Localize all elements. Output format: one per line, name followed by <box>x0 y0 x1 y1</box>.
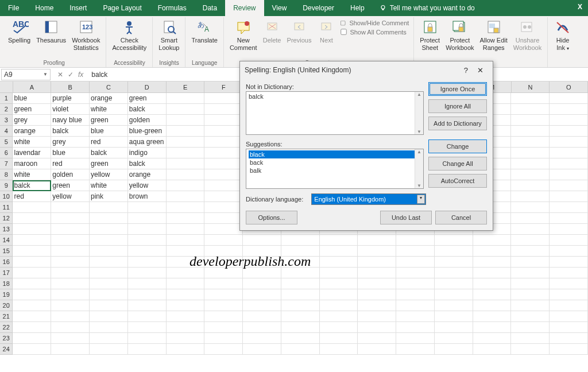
cell-K14[interactable] <box>396 235 435 246</box>
cell-C13[interactable] <box>90 224 128 235</box>
cell-E24[interactable] <box>167 344 205 355</box>
cell-K21[interactable] <box>396 311 435 322</box>
cell-C16[interactable] <box>90 257 128 268</box>
cell-A14[interactable] <box>13 235 51 246</box>
row-header-16[interactable]: 16 <box>0 257 13 268</box>
cell-M24[interactable] <box>473 344 512 355</box>
cell-K19[interactable] <box>396 289 435 300</box>
cell-N7[interactable] <box>511 158 550 169</box>
cell-B8[interactable]: golden <box>51 169 90 180</box>
dialog-help-icon[interactable]: ? <box>459 64 473 77</box>
cell-H22[interactable] <box>281 322 320 333</box>
column-header-O[interactable]: O <box>550 82 588 93</box>
cell-F7[interactable] <box>204 158 243 169</box>
cell-N11[interactable] <box>511 202 550 213</box>
dictionary-language-select[interactable]: English (United Kingdom) ▾ <box>311 193 426 205</box>
cell-D23[interactable] <box>128 333 167 344</box>
cell-K16[interactable] <box>396 257 435 268</box>
cell-H21[interactable] <box>281 311 320 322</box>
cell-I18[interactable] <box>320 278 358 289</box>
cell-A8[interactable]: white <box>13 169 51 180</box>
cell-J20[interactable] <box>358 300 396 311</box>
cell-K18[interactable] <box>396 278 435 289</box>
cell-O7[interactable] <box>550 158 588 169</box>
cell-A3[interactable]: grey <box>13 115 51 126</box>
column-header-D[interactable]: D <box>128 82 167 93</box>
cell-D4[interactable]: blue-green <box>128 126 167 137</box>
cell-I16[interactable] <box>320 257 358 268</box>
row-header-18[interactable]: 18 <box>0 278 13 289</box>
cell-B15[interactable] <box>51 246 90 257</box>
cell-C20[interactable] <box>90 300 128 311</box>
cell-C2[interactable]: white <box>90 104 128 115</box>
name-box[interactable]: A9 ▼ <box>1 69 51 80</box>
newcomment-button[interactable]: NewComment <box>227 17 260 53</box>
cell-O19[interactable] <box>550 289 588 300</box>
cell-E20[interactable] <box>167 300 205 311</box>
wbstats-button[interactable]: 123WorkbookStatistics <box>69 17 102 53</box>
cell-G22[interactable] <box>243 322 281 333</box>
cell-G23[interactable] <box>243 333 281 344</box>
cell-N14[interactable] <box>511 235 550 246</box>
cell-B7[interactable]: red <box>51 158 90 169</box>
cell-D9[interactable]: yellow <box>128 180 167 191</box>
cell-B13[interactable] <box>51 224 90 235</box>
cell-K22[interactable] <box>396 322 435 333</box>
cell-E23[interactable] <box>167 333 205 344</box>
row-header-24[interactable]: 24 <box>0 344 13 355</box>
cell-C6[interactable]: balck <box>90 148 128 158</box>
cell-C10[interactable]: pink <box>90 191 128 202</box>
cell-A6[interactable]: lavendar <box>13 148 51 158</box>
row-header-14[interactable]: 14 <box>0 235 13 246</box>
cell-D7[interactable]: balck <box>128 158 167 169</box>
row-header-7[interactable]: 7 <box>0 158 13 169</box>
ignore-all-button[interactable]: Ignore All <box>428 99 487 113</box>
cell-C4[interactable]: blue <box>90 126 128 137</box>
cell-B6[interactable]: blue <box>51 148 90 158</box>
cell-J21[interactable] <box>358 311 396 322</box>
tell-me-search[interactable]: Tell me what you want to do <box>373 0 482 16</box>
cell-N21[interactable] <box>511 311 550 322</box>
cell-N13[interactable] <box>511 224 550 235</box>
cell-G24[interactable] <box>243 344 281 355</box>
cell-D17[interactable] <box>128 268 167 278</box>
cell-C19[interactable] <box>90 289 128 300</box>
column-header-B[interactable]: B <box>51 82 90 93</box>
cell-A9[interactable]: balck <box>13 180 51 191</box>
options-button[interactable]: Options... <box>246 211 297 224</box>
cell-E2[interactable] <box>167 104 205 115</box>
cell-G18[interactable] <box>243 278 281 289</box>
cell-F19[interactable] <box>204 289 243 300</box>
cell-L20[interactable] <box>435 300 473 311</box>
cell-C21[interactable] <box>90 311 128 322</box>
cell-J15[interactable] <box>358 246 396 257</box>
cell-D6[interactable]: indigo <box>128 148 167 158</box>
row-header-1[interactable]: 1 <box>0 93 13 104</box>
cell-A24[interactable] <box>13 344 51 355</box>
cell-N24[interactable] <box>511 344 550 355</box>
cell-J23[interactable] <box>358 333 396 344</box>
cell-F1[interactable] <box>204 93 243 104</box>
alloweditranges-button[interactable]: Allow EditRanges <box>478 17 510 53</box>
cell-A16[interactable] <box>13 257 51 268</box>
cell-D13[interactable] <box>128 224 167 235</box>
cell-E3[interactable] <box>167 115 205 126</box>
menu-tab-data[interactable]: Data <box>195 0 225 16</box>
cell-M15[interactable] <box>473 246 512 257</box>
cell-H18[interactable] <box>281 278 320 289</box>
cell-O4[interactable] <box>550 126 588 137</box>
cell-D12[interactable] <box>128 213 167 224</box>
cell-A21[interactable] <box>13 311 51 322</box>
cell-E8[interactable] <box>167 169 205 180</box>
cell-O14[interactable] <box>550 235 588 246</box>
cell-F24[interactable] <box>204 344 243 355</box>
row-header-17[interactable]: 17 <box>0 268 13 278</box>
not-in-dictionary-box[interactable]: balck ▲▼ <box>246 91 424 135</box>
cell-G14[interactable] <box>243 235 281 246</box>
cell-B20[interactable] <box>51 300 90 311</box>
fx-icon[interactable]: fx <box>78 71 83 79</box>
cell-E4[interactable] <box>167 126 205 137</box>
menu-tab-home[interactable]: Home <box>27 0 61 16</box>
cell-B3[interactable]: navy blue <box>51 115 90 126</box>
cell-L15[interactable] <box>435 246 473 257</box>
